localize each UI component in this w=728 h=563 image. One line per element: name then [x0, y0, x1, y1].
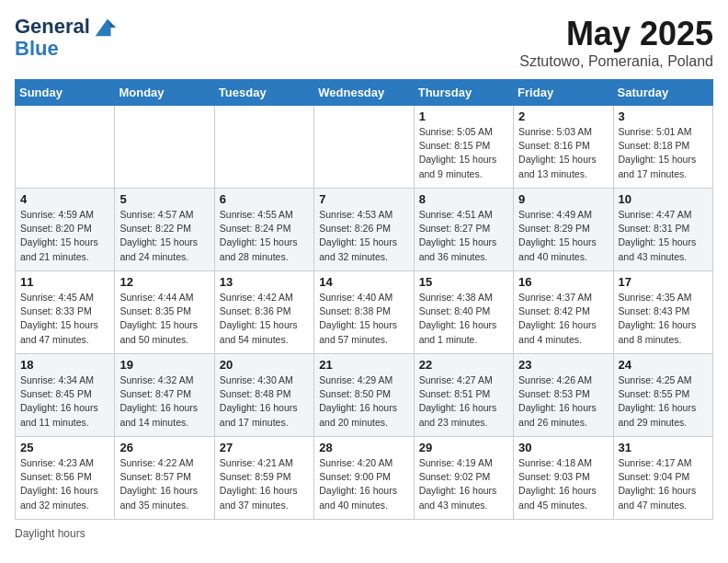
calendar-cell: [214, 106, 313, 189]
day-number: 5: [119, 192, 209, 206]
day-info: Sunrise: 4:21 AM Sunset: 8:59 PM Dayligh…: [220, 456, 309, 512]
calendar-cell: 21Sunrise: 4:29 AM Sunset: 8:50 PM Dayli…: [314, 354, 414, 437]
day-number: 4: [20, 192, 109, 206]
day-info: Sunrise: 4:25 AM Sunset: 8:55 PM Dayligh…: [619, 373, 708, 430]
calendar-cell: 17Sunrise: 4:35 AM Sunset: 8:43 PM Dayli…: [613, 271, 712, 354]
day-number: 27: [220, 441, 309, 454]
day-number: 21: [319, 358, 408, 372]
weekday-header-friday: Friday: [514, 80, 613, 106]
week-row-5: 25Sunrise: 4:23 AM Sunset: 8:56 PM Dayli…: [16, 437, 713, 520]
day-number: 6: [220, 192, 309, 206]
day-info: Sunrise: 4:22 AM Sunset: 8:57 PM Dayligh…: [119, 456, 209, 512]
day-info: Sunrise: 4:49 AM Sunset: 8:29 PM Dayligh…: [518, 208, 608, 264]
footer: Daylight hours: [15, 527, 713, 540]
day-number: 17: [619, 275, 708, 289]
day-info: Sunrise: 4:55 AM Sunset: 8:24 PM Dayligh…: [220, 208, 309, 264]
calendar-cell: [16, 106, 115, 189]
calendar-cell: 5Sunrise: 4:57 AM Sunset: 8:22 PM Daylig…: [115, 189, 214, 271]
weekday-header-row: SundayMondayTuesdayWednesdayThursdayFrid…: [16, 80, 713, 106]
calendar-cell: 11Sunrise: 4:45 AM Sunset: 8:33 PM Dayli…: [16, 271, 115, 354]
calendar-cell: 10Sunrise: 4:47 AM Sunset: 8:31 PM Dayli…: [613, 189, 712, 271]
footer-label: Daylight hours: [15, 527, 85, 540]
weekday-header-sunday: Sunday: [16, 80, 115, 106]
weekday-header-wednesday: Wednesday: [314, 80, 414, 106]
day-info: Sunrise: 4:37 AM Sunset: 8:42 PM Dayligh…: [518, 291, 608, 347]
calendar-cell: 31Sunrise: 4:17 AM Sunset: 9:04 PM Dayli…: [613, 437, 712, 520]
day-number: 1: [419, 109, 508, 123]
day-number: 25: [20, 441, 109, 454]
day-info: Sunrise: 4:17 AM Sunset: 9:04 PM Dayligh…: [619, 456, 708, 512]
day-number: 18: [20, 358, 109, 372]
day-number: 15: [419, 275, 508, 289]
day-info: Sunrise: 4:51 AM Sunset: 8:27 PM Dayligh…: [419, 208, 508, 264]
calendar-cell: 19Sunrise: 4:32 AM Sunset: 8:47 PM Dayli…: [115, 354, 214, 437]
day-info: Sunrise: 5:03 AM Sunset: 8:16 PM Dayligh…: [518, 125, 608, 181]
logo: General Blue: [15, 15, 118, 61]
day-info: Sunrise: 4:18 AM Sunset: 9:03 PM Dayligh…: [518, 456, 608, 512]
day-info: Sunrise: 4:34 AM Sunset: 8:45 PM Dayligh…: [20, 373, 109, 430]
day-info: Sunrise: 4:59 AM Sunset: 8:20 PM Dayligh…: [20, 208, 109, 264]
day-number: 9: [518, 192, 608, 206]
calendar-cell: 1Sunrise: 5:05 AM Sunset: 8:15 PM Daylig…: [414, 106, 513, 189]
day-info: Sunrise: 5:01 AM Sunset: 8:18 PM Dayligh…: [619, 125, 708, 181]
day-info: Sunrise: 4:29 AM Sunset: 8:50 PM Dayligh…: [319, 373, 408, 430]
day-info: Sunrise: 4:53 AM Sunset: 8:26 PM Dayligh…: [319, 208, 408, 264]
day-number: 22: [419, 358, 508, 372]
calendar-cell: 14Sunrise: 4:40 AM Sunset: 8:38 PM Dayli…: [314, 271, 414, 354]
calendar-cell: 12Sunrise: 4:44 AM Sunset: 8:35 PM Dayli…: [115, 271, 214, 354]
week-row-3: 11Sunrise: 4:45 AM Sunset: 8:33 PM Dayli…: [16, 271, 713, 354]
page-header: General Blue May 2025 Sztutowo, Pomerani…: [15, 15, 713, 70]
logo-text: General Blue: [15, 15, 118, 61]
title-area: May 2025 Sztutowo, Pomerania, Poland: [519, 15, 713, 70]
calendar-cell: 22Sunrise: 4:27 AM Sunset: 8:51 PM Dayli…: [414, 354, 513, 437]
day-number: 16: [518, 275, 608, 289]
calendar-cell: 7Sunrise: 4:53 AM Sunset: 8:26 PM Daylig…: [314, 189, 414, 271]
weekday-header-thursday: Thursday: [414, 80, 513, 106]
day-info: Sunrise: 4:38 AM Sunset: 8:40 PM Dayligh…: [419, 291, 508, 347]
day-info: Sunrise: 4:44 AM Sunset: 8:35 PM Dayligh…: [119, 291, 209, 347]
calendar-cell: 25Sunrise: 4:23 AM Sunset: 8:56 PM Dayli…: [16, 437, 115, 520]
day-number: 12: [119, 275, 209, 289]
weekday-header-monday: Monday: [115, 80, 214, 106]
day-number: 30: [518, 441, 608, 454]
day-number: 8: [419, 192, 508, 206]
day-info: Sunrise: 4:19 AM Sunset: 9:02 PM Dayligh…: [419, 456, 508, 512]
calendar-cell: 15Sunrise: 4:38 AM Sunset: 8:40 PM Dayli…: [414, 271, 513, 354]
weekday-header-saturday: Saturday: [613, 80, 712, 106]
calendar-cell: 4Sunrise: 4:59 AM Sunset: 8:20 PM Daylig…: [16, 189, 115, 271]
day-info: Sunrise: 4:27 AM Sunset: 8:51 PM Dayligh…: [419, 373, 508, 430]
day-info: Sunrise: 4:47 AM Sunset: 8:31 PM Dayligh…: [619, 208, 708, 264]
calendar-cell: 8Sunrise: 4:51 AM Sunset: 8:27 PM Daylig…: [414, 189, 513, 271]
calendar-cell: 2Sunrise: 5:03 AM Sunset: 8:16 PM Daylig…: [514, 106, 613, 189]
day-number: 19: [119, 358, 209, 372]
calendar-cell: 6Sunrise: 4:55 AM Sunset: 8:24 PM Daylig…: [214, 189, 313, 271]
logo-icon: [92, 15, 118, 40]
day-info: Sunrise: 4:42 AM Sunset: 8:36 PM Dayligh…: [220, 291, 309, 347]
day-info: Sunrise: 4:40 AM Sunset: 8:38 PM Dayligh…: [319, 291, 408, 347]
calendar-cell: 30Sunrise: 4:18 AM Sunset: 9:03 PM Dayli…: [514, 437, 613, 520]
day-info: Sunrise: 4:30 AM Sunset: 8:48 PM Dayligh…: [220, 373, 309, 430]
day-number: 24: [619, 358, 708, 372]
day-info: Sunrise: 4:35 AM Sunset: 8:43 PM Dayligh…: [619, 291, 708, 347]
day-number: 29: [419, 441, 508, 454]
week-row-4: 18Sunrise: 4:34 AM Sunset: 8:45 PM Dayli…: [16, 354, 713, 437]
week-row-1: 1Sunrise: 5:05 AM Sunset: 8:15 PM Daylig…: [16, 106, 713, 189]
calendar-cell: 27Sunrise: 4:21 AM Sunset: 8:59 PM Dayli…: [214, 437, 313, 520]
calendar-cell: 3Sunrise: 5:01 AM Sunset: 8:18 PM Daylig…: [613, 106, 712, 189]
day-number: 28: [319, 441, 408, 454]
day-info: Sunrise: 4:20 AM Sunset: 9:00 PM Dayligh…: [319, 456, 408, 512]
calendar-cell: 9Sunrise: 4:49 AM Sunset: 8:29 PM Daylig…: [514, 189, 613, 271]
calendar-cell: 16Sunrise: 4:37 AM Sunset: 8:42 PM Dayli…: [514, 271, 613, 354]
day-number: 20: [220, 358, 309, 372]
calendar-cell: [115, 106, 214, 189]
day-number: 13: [220, 275, 309, 289]
calendar-cell: 29Sunrise: 4:19 AM Sunset: 9:02 PM Dayli…: [414, 437, 513, 520]
week-row-2: 4Sunrise: 4:59 AM Sunset: 8:20 PM Daylig…: [16, 189, 713, 271]
calendar-cell: 13Sunrise: 4:42 AM Sunset: 8:36 PM Dayli…: [214, 271, 313, 354]
day-info: Sunrise: 4:26 AM Sunset: 8:53 PM Dayligh…: [518, 373, 608, 430]
day-number: 2: [518, 109, 608, 123]
day-number: 23: [518, 358, 608, 372]
day-number: 26: [119, 441, 209, 454]
calendar-cell: 23Sunrise: 4:26 AM Sunset: 8:53 PM Dayli…: [514, 354, 613, 437]
day-number: 7: [319, 192, 408, 206]
